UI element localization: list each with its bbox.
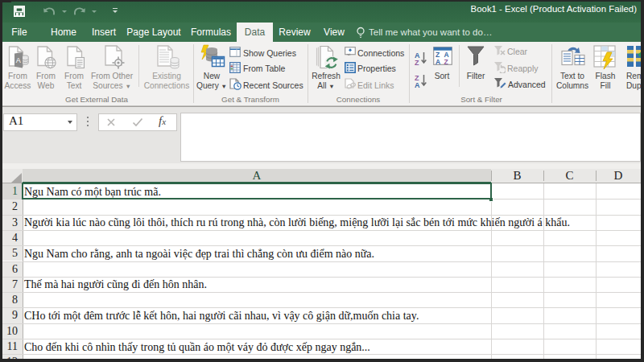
svg-text:Z: Z	[415, 59, 419, 66]
svg-text:A: A	[415, 81, 420, 88]
svg-text:Z: Z	[444, 58, 448, 66]
svg-text:A: A	[16, 56, 21, 64]
svg-text:A: A	[436, 58, 440, 66]
